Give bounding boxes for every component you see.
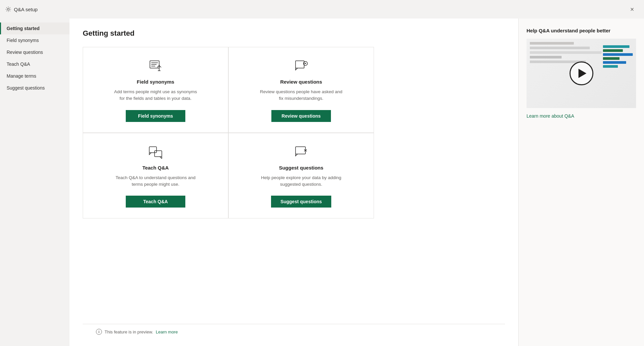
sidebar-item-field-synonyms[interactable]: Field synonyms [0,34,69,46]
card-teach-qa-title: Teach Q&A [142,165,169,171]
footer: i This feature is in preview. Learn more [83,324,505,339]
app-title-bar: Q&A setup [5,6,38,12]
sidebar: Getting started Field synonyms Review qu… [0,19,69,346]
card-suggest-questions: Suggest questions Help people explore yo… [228,133,374,219]
footer-learn-more-link[interactable]: Learn more [156,329,178,334]
sidebar-item-manage-terms[interactable]: Manage terms [0,70,69,82]
svg-point-0 [7,8,9,10]
right-panel: Help Q&A understand people better [518,19,644,346]
svg-rect-10 [149,147,157,153]
close-button[interactable]: × [627,4,637,15]
sidebar-item-getting-started[interactable]: Getting started [0,22,69,34]
svg-rect-11 [155,151,162,157]
card-teach-qa: Teach Q&A Teach Q&A to understand questi… [83,133,228,219]
field-synonyms-button[interactable]: Field synonyms [126,110,185,122]
app-title: Q&A setup [14,7,38,12]
suggest-questions-button[interactable]: Suggest questions [271,196,331,208]
svg-rect-6 [296,61,304,68]
gear-icon [5,6,11,12]
video-preview [527,39,636,108]
teach-qa-svg [149,145,162,159]
card-review-questions-desc: Review questions people have asked and f… [258,89,344,102]
card-suggest-questions-desc: Help people explore your data by adding … [258,174,344,188]
video-inner [527,39,636,108]
sidebar-item-teach-qa[interactable]: Teach Q&A [0,58,69,70]
sidebar-item-suggest-questions[interactable]: Suggest questions [0,82,69,94]
info-icon: i [96,329,102,335]
play-triangle-icon [578,69,586,78]
teach-qa-button[interactable]: Teach Q&A [126,196,185,208]
field-synonyms-icon [148,58,163,74]
card-field-synonyms-title: Field synonyms [137,79,174,85]
suggest-questions-svg [294,145,308,159]
teach-qa-icon [148,144,163,160]
review-questions-icon [293,58,309,74]
main-layout: Getting started Field synonyms Review qu… [0,19,644,346]
play-button[interactable] [570,61,593,85]
mini-chart [603,45,633,68]
top-bar: Q&A setup × [0,0,644,19]
right-panel-title: Help Q&A understand people better [527,28,636,33]
field-synonyms-svg [149,59,162,73]
svg-rect-12 [296,147,305,154]
video-thumbnail[interactable] [527,39,636,108]
content-area: Getting started Field synonyms A [69,19,518,346]
card-field-synonyms: Field synonyms Add terms people might us… [83,47,228,133]
review-questions-button[interactable]: Review questions [271,110,331,122]
card-review-questions: Review questions Review questions people… [228,47,374,133]
suggest-questions-icon [293,144,309,160]
page-title: Getting started [83,29,505,38]
card-suggest-questions-title: Suggest questions [279,165,323,171]
card-teach-qa-desc: Teach Q&A to understand questions and te… [113,174,199,188]
cards-grid: Field synonyms Add terms people might us… [83,47,374,218]
card-review-questions-title: Review questions [280,79,322,85]
sidebar-item-review-questions[interactable]: Review questions [0,46,69,58]
card-field-synonyms-desc: Add terms people might use as synonyms f… [113,89,199,102]
review-questions-svg [294,59,308,73]
learn-more-link[interactable]: Learn more about Q&A [527,113,574,119]
footer-text: This feature is in preview. [105,329,153,334]
